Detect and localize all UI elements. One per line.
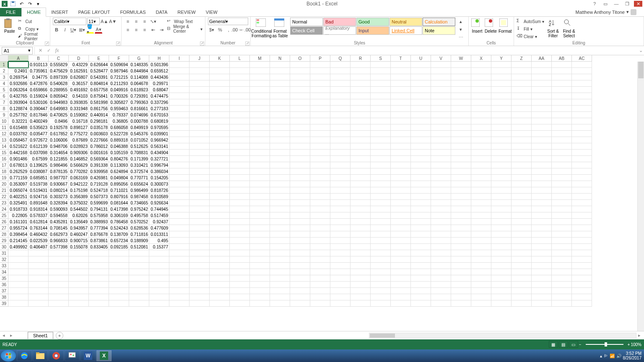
cell[interactable] — [512, 68, 532, 74]
cell[interactable] — [69, 269, 89, 275]
cell[interactable] — [169, 282, 190, 288]
cell[interactable] — [411, 150, 431, 156]
format-painter-button[interactable]: 🖌Format Painter — [18, 33, 47, 40]
font-dialog-launcher[interactable]: ⤢ — [116, 41, 120, 46]
insert-cells-button[interactable]: Insert — [471, 18, 483, 34]
cell[interactable]: 0.074696 — [129, 112, 149, 118]
cell[interactable] — [310, 168, 330, 175]
help-icon[interactable]: ? — [590, 1, 599, 7]
cell[interactable]: 0.34775 — [29, 74, 49, 80]
cell[interactable] — [8, 263, 29, 269]
cell[interactable]: 0.624894 — [109, 168, 129, 175]
cell[interactable] — [169, 181, 190, 187]
tab-formulas[interactable]: FORMULAS — [115, 8, 151, 16]
cell[interactable] — [210, 200, 230, 206]
cell[interactable] — [491, 62, 512, 68]
cell[interactable] — [411, 275, 431, 282]
cell[interactable]: 0.987946 — [109, 68, 129, 74]
cell[interactable] — [572, 156, 592, 162]
row-header[interactable]: 37 — [0, 288, 8, 294]
cell[interactable] — [552, 93, 572, 99]
cell[interactable] — [411, 244, 431, 250]
row-header[interactable]: 25 — [0, 212, 8, 219]
cell[interactable] — [572, 99, 592, 106]
cell[interactable]: 0.398454 — [8, 231, 29, 238]
cell[interactable] — [230, 112, 250, 118]
cell[interactable] — [391, 269, 411, 275]
cell[interactable]: 0.113093 — [109, 162, 129, 168]
cell[interactable] — [491, 275, 512, 282]
cell[interactable]: 0.581998 — [89, 99, 109, 106]
cell[interactable] — [250, 62, 270, 68]
cell[interactable] — [491, 219, 512, 225]
cell[interactable]: 0.175198 — [69, 187, 89, 194]
cell[interactable] — [391, 168, 411, 175]
close-icon[interactable]: ✕ — [634, 1, 642, 7]
cell[interactable]: 0.659512 — [149, 68, 169, 74]
cell[interactable] — [451, 87, 471, 93]
col-header[interactable]: D — [69, 55, 89, 62]
cell[interactable] — [330, 124, 351, 131]
paste-button[interactable]: Paste — [3, 18, 16, 34]
cell[interactable] — [532, 137, 552, 143]
cell[interactable] — [270, 74, 290, 80]
cell[interactable] — [190, 238, 210, 244]
cell[interactable] — [351, 200, 371, 206]
cell[interactable] — [411, 181, 431, 187]
tab-review[interactable]: REVIEW — [172, 8, 200, 16]
cell[interactable] — [169, 300, 190, 307]
cell[interactable] — [190, 181, 210, 187]
cell[interactable] — [210, 74, 230, 80]
font-color-button[interactable]: A▾ — [95, 26, 102, 34]
cell[interactable] — [270, 137, 290, 143]
cell[interactable] — [431, 124, 451, 131]
cell[interactable] — [371, 300, 391, 307]
cell[interactable] — [230, 200, 250, 206]
cell[interactable]: 0.932686 — [8, 80, 29, 87]
cell[interactable]: 0.986499 — [129, 187, 149, 194]
align-right-icon[interactable]: ≡ — [141, 26, 148, 34]
cell[interactable] — [29, 294, 49, 300]
cell[interactable] — [552, 112, 572, 118]
cell[interactable]: 0.876678 — [89, 231, 109, 238]
cell[interactable] — [371, 294, 391, 300]
cell[interactable]: 0.211293 — [109, 80, 129, 87]
cell[interactable]: 0.918314 — [29, 206, 49, 212]
cell[interactable] — [250, 263, 270, 269]
cell[interactable]: 0.599699 — [89, 200, 109, 206]
cell[interactable]: 0.154205 — [149, 175, 169, 181]
cell[interactable] — [330, 300, 351, 307]
cell[interactable] — [190, 194, 210, 200]
cell[interactable] — [270, 194, 290, 200]
cell[interactable]: 0.628536 — [129, 225, 149, 231]
cell[interactable] — [190, 187, 210, 194]
cell[interactable] — [330, 231, 351, 238]
cell[interactable]: 0.678013 — [8, 162, 29, 168]
clipboard-dialog-launcher[interactable]: ⤢ — [45, 41, 49, 46]
row-header[interactable]: 8 — [0, 106, 8, 112]
cell[interactable] — [351, 143, 371, 150]
cell[interactable] — [532, 194, 552, 200]
cell[interactable] — [491, 87, 512, 93]
save-icon[interactable] — [10, 1, 16, 7]
cell[interactable]: 0.310421 — [129, 162, 149, 168]
cell[interactable] — [169, 256, 190, 263]
cell[interactable] — [491, 250, 512, 256]
cell[interactable] — [411, 131, 431, 137]
cell[interactable] — [290, 288, 310, 294]
cell[interactable]: 0.92437 — [149, 219, 169, 225]
cell[interactable] — [190, 206, 210, 212]
cell[interactable] — [512, 137, 532, 143]
cell[interactable]: 0.499992 — [8, 244, 29, 250]
cell[interactable] — [250, 269, 270, 275]
cell[interactable]: 0.325491 — [8, 200, 29, 206]
cell[interactable] — [330, 275, 351, 282]
cell[interactable] — [371, 263, 391, 269]
cell[interactable] — [230, 219, 250, 225]
cell[interactable] — [270, 106, 290, 112]
cell[interactable] — [330, 93, 351, 99]
cell[interactable] — [532, 238, 552, 244]
row-header[interactable]: 21 — [0, 187, 8, 194]
cell[interactable]: 0.711021 — [109, 187, 129, 194]
cell[interactable] — [270, 225, 290, 231]
